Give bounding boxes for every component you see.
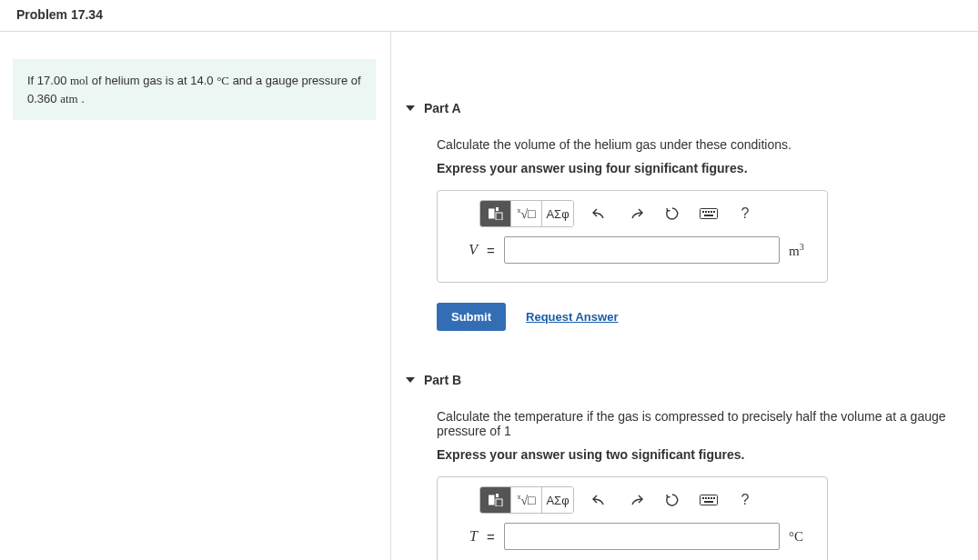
svg-rect-18 (713, 497, 715, 499)
sqrt-button[interactable]: x√□ (511, 201, 542, 226)
undo-button[interactable] (590, 491, 609, 509)
redo-icon (629, 494, 643, 506)
equation-tool-group: x√□ ΑΣφ (479, 486, 574, 514)
right-column: Part A Calculate the volume of the heliu… (391, 32, 978, 560)
sqrt-icon: x√□ (517, 206, 535, 222)
help-button[interactable]: ? (736, 491, 754, 509)
redo-button[interactable] (627, 205, 645, 223)
variable-V: V (450, 242, 478, 258)
part-a-sigfig: Express your answer using four significa… (437, 161, 965, 175)
part-b-sigfig: Express your answer using two significan… (437, 447, 965, 462)
svg-rect-3 (701, 209, 718, 219)
unit-mol: mol (70, 74, 88, 87)
equals-sign: = (487, 243, 495, 258)
part-b-body: Calculate the temperature if the gas is … (391, 409, 978, 560)
reset-icon (665, 493, 680, 507)
toolbar-icons: ? (590, 491, 754, 509)
left-column: If 17.00 mol of helium gas is at 14.0 °C… (0, 32, 391, 560)
toolbar-icons: ? (590, 205, 754, 223)
redo-icon (629, 207, 643, 220)
reset-icon (665, 206, 680, 221)
template-button[interactable] (480, 487, 511, 513)
template-icon (489, 207, 503, 220)
unit-atm: atm (60, 92, 78, 105)
part-a-answer-box: x√□ ΑΣφ (437, 190, 828, 283)
svg-rect-17 (711, 497, 712, 499)
svg-rect-13 (701, 495, 718, 505)
part-b-answer-box: x√□ ΑΣφ (437, 476, 828, 560)
svg-rect-10 (489, 495, 494, 505)
svg-rect-11 (496, 494, 499, 497)
svg-rect-16 (708, 497, 710, 499)
unit-degc: °C (789, 529, 814, 545)
unit-degc: °C (217, 74, 229, 87)
stmt-mid1: of helium gas is at 14.0 (88, 74, 217, 87)
part-a-actions: Submit Request Answer (437, 303, 965, 331)
part-b-toolbar: x√□ ΑΣφ (438, 477, 827, 523)
svg-rect-14 (702, 497, 704, 499)
svg-rect-5 (705, 211, 707, 213)
stmt-prefix: If 17.00 (27, 74, 70, 87)
problem-statement: If 17.00 mol of helium gas is at 14.0 °C… (13, 59, 376, 120)
part-b-header[interactable]: Part B (391, 367, 978, 393)
keyboard-button[interactable] (700, 491, 718, 509)
part-a-toolbar: x√□ ΑΣφ (438, 191, 827, 236)
part-a-input-row: V = m3 (438, 236, 827, 282)
page-title: Problem 17.34 (0, 0, 978, 32)
svg-rect-1 (496, 207, 499, 211)
unit-m3: m3 (789, 242, 814, 259)
part-a: Part A Calculate the volume of the heliu… (391, 95, 978, 331)
svg-rect-2 (496, 213, 502, 220)
part-b-title: Part B (424, 373, 461, 387)
part-a-title: Part A (424, 101, 461, 115)
part-b-prompt: Calculate the temperature if the gas is … (437, 409, 965, 438)
equation-tool-group: x√□ ΑΣφ (479, 200, 574, 227)
request-answer-link[interactable]: Request Answer (526, 310, 618, 324)
chevron-down-icon (406, 105, 415, 111)
stmt-suffix: . (78, 92, 85, 105)
svg-rect-4 (702, 211, 704, 213)
part-b-input[interactable] (504, 523, 780, 550)
svg-rect-0 (489, 209, 494, 218)
undo-button[interactable] (590, 205, 609, 223)
part-a-body: Calculate the volume of the helium gas u… (391, 137, 978, 331)
part-a-header[interactable]: Part A (391, 95, 978, 121)
reset-button[interactable] (663, 205, 681, 223)
sqrt-icon: x√□ (517, 493, 535, 508)
svg-rect-8 (713, 211, 715, 213)
undo-icon (592, 207, 607, 220)
keyboard-icon (700, 208, 718, 219)
greek-button[interactable]: ΑΣφ (542, 201, 573, 226)
sqrt-button[interactable]: x√□ (511, 487, 542, 513)
svg-rect-6 (708, 211, 710, 213)
part-a-input[interactable] (504, 236, 780, 264)
chevron-down-icon (406, 377, 415, 383)
svg-rect-15 (705, 497, 707, 499)
reset-button[interactable] (663, 491, 681, 509)
redo-button[interactable] (627, 491, 645, 509)
keyboard-icon (700, 495, 718, 505)
svg-rect-9 (704, 215, 713, 216)
svg-rect-19 (704, 501, 713, 503)
main-layout: If 17.00 mol of helium gas is at 14.0 °C… (0, 32, 978, 560)
svg-rect-12 (496, 499, 502, 506)
help-button[interactable]: ? (736, 205, 754, 223)
template-icon (489, 494, 503, 506)
undo-icon (592, 494, 607, 506)
equals-sign: = (487, 529, 495, 545)
part-a-prompt: Calculate the volume of the helium gas u… (437, 137, 965, 152)
keyboard-button[interactable] (700, 205, 718, 223)
variable-T: T (450, 528, 478, 545)
part-b-input-row: T = °C (438, 523, 827, 560)
greek-button[interactable]: ΑΣφ (542, 487, 573, 513)
submit-button[interactable]: Submit (437, 303, 506, 331)
template-button[interactable] (480, 201, 511, 226)
svg-rect-7 (711, 211, 712, 213)
part-b: Part B Calculate the temperature if the … (391, 367, 978, 560)
